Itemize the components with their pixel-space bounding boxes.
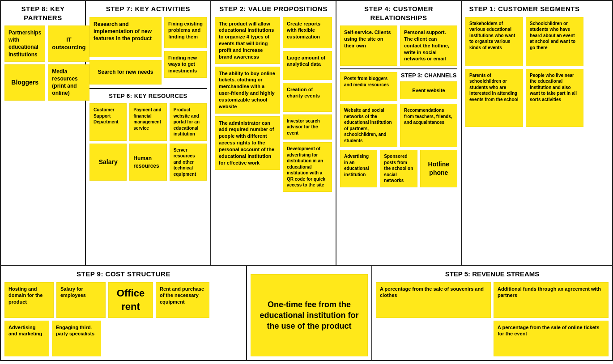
value-note-r4: Investor search advisor for the event: [283, 114, 332, 140]
channel-right-top: STEP 3: CHANNELS Event website: [400, 72, 457, 101]
partner-note-1: Partnerships with educational institutio…: [4, 25, 45, 62]
resource-note-3: Product website and portal for an educat…: [170, 103, 207, 141]
resource-note-6: Server resources and other technical equ…: [170, 144, 207, 181]
revenue-note-2: Additional funds through an agreement wi…: [494, 282, 609, 318]
channels-bottom-row: Advertising in an educational institutio…: [340, 150, 457, 187]
cost-note-3: Office rent: [108, 282, 153, 318]
cost-header: STEP 9: COST STRUCTURE: [4, 270, 243, 279]
activities-header: STEP 7: KEY ACTIVITIES: [89, 4, 207, 13]
resource-note-5: Human resources: [129, 144, 166, 181]
segments-grid: Stakeholders of various educational inst…: [465, 17, 583, 127]
resource-note-2: Payment and financial management service: [129, 103, 166, 141]
partner-note-3: Bloggers: [4, 64, 45, 101]
channels-top-grid: Posts from bloggers and media resources …: [340, 72, 457, 101]
col-value: STEP 2: VALUE PROPOSITIONS The product w…: [211, 1, 336, 265]
col-segments: STEP 1: CUSTOMER SEGMENTS Stakeholders o…: [462, 1, 587, 265]
activity-note-4: Finding new ways to get investments: [164, 51, 207, 78]
cost-note-4: Rent and purchase of the necessary equip…: [156, 282, 209, 318]
rel-divider: [340, 68, 457, 69]
resources-header: STEP 6: KEY RESOURCES: [89, 93, 207, 100]
activity-note-2: Search for new needs: [89, 60, 162, 85]
cost-notes: Hosting and domain for the product Salar…: [4, 282, 243, 356]
channels-header: STEP 3: CHANNELS: [400, 72, 457, 79]
value-header: STEP 2: VALUE PROPOSITIONS: [215, 4, 332, 13]
channel-note-7: Hotline phone: [420, 150, 457, 187]
segments-header: STEP 1: CUSTOMER SEGMENTS: [465, 4, 583, 13]
col-partners: STEP 8: KEY PARTNERS Partnerships with e…: [1, 1, 86, 265]
col-relationships: STEP 4: CUSTOMER RELATIONSHIPS Self-serv…: [336, 1, 462, 265]
channel-note-4: Recommendations from teachers, friends, …: [400, 104, 457, 147]
segment-note-1: Stakeholders of various educational inst…: [465, 17, 523, 66]
value-note-r3: Creation of charity events: [283, 83, 332, 112]
channel-note-3: Website and social networks of the educa…: [340, 104, 397, 147]
activity-note-3: Fixing existing problems and finding the…: [164, 17, 207, 48]
revenue-header: STEP 5: REVENUE STREAMS: [376, 270, 609, 279]
resource-note-1: Customer Support Department: [89, 103, 127, 141]
resources-row2: Salary Human resources Server resources …: [89, 144, 207, 181]
revenue-notes: A percentage from the sale of souvenirs …: [376, 282, 609, 356]
channel-note-6: Sponsored posts from the school on socia…: [380, 150, 417, 187]
channel-note-2: Event website: [400, 81, 457, 99]
bottom-section: STEP 9: COST STRUCTURE Hosting and domai…: [1, 266, 612, 360]
revenue-center-note: One-time fee from the educational instit…: [251, 274, 368, 356]
value-note-r2: Large amount of analytical data: [283, 51, 332, 80]
cost-note-5: Advertising and marketing: [4, 321, 49, 356]
vp-left: The product will allow educational insti…: [215, 17, 280, 192]
rel-note-1: Self-service. Clients using the site on …: [340, 25, 397, 66]
revenue-note-3: A percentage from the sale of online tic…: [494, 321, 609, 356]
top-section: STEP 8: KEY PARTNERS Partnerships with e…: [1, 1, 612, 266]
canvas: STEP 8: KEY PARTNERS Partnerships with e…: [0, 0, 613, 361]
channel-note-1: Posts from bloggers and media resources: [340, 72, 397, 101]
channels-mid-grid: Website and social networks of the educa…: [340, 104, 457, 147]
activity-note-1: Research and implementation of new featu…: [89, 17, 162, 57]
col-revenue-right: STEP 5: REVENUE STREAMS A percentage fro…: [372, 266, 612, 360]
resource-note-4: Salary: [89, 144, 127, 181]
activities-top: Research and implementation of new featu…: [89, 17, 207, 85]
col-activities: STEP 7: KEY ACTIVITIES Research and impl…: [86, 1, 211, 265]
value-note-1: The product will allow educational insti…: [215, 17, 280, 64]
segment-note-2: Schoolchildren or students who have hear…: [526, 17, 583, 66]
rel-note-2: Personal support. The client can contact…: [400, 25, 457, 66]
segment-note-3: Parents of schoolchildren or students wh…: [465, 69, 523, 127]
activities-divider: [89, 88, 207, 89]
rel-channels: Posts from bloggers and media resources …: [340, 72, 457, 187]
revenue-note-1: A percentage from the sale of souvenirs …: [376, 282, 491, 318]
channel-note-5: Advertising in an educational institutio…: [340, 150, 377, 187]
resources-row1: Customer Support Department Payment and …: [89, 103, 207, 141]
partner-note-2: IT outsourcing: [48, 25, 89, 62]
activities-left: Research and implementation of new featu…: [89, 17, 162, 85]
rel-top: Self-service. Clients using the site on …: [340, 25, 457, 66]
col-cost: STEP 9: COST STRUCTURE Hosting and domai…: [1, 266, 247, 360]
col-revenue-center: One-time fee from the educational instit…: [247, 266, 372, 360]
value-note-r1: Create reports with flexible customizati…: [283, 17, 332, 48]
cost-note-1: Hosting and domain for the product: [4, 282, 54, 318]
vp-right: Create reports with flexible customizati…: [283, 17, 332, 192]
relationships-header: STEP 4: CUSTOMER RELATIONSHIPS: [340, 4, 457, 22]
vp-container: The product will allow educational insti…: [215, 17, 332, 192]
segment-note-4: People who live near the educational ins…: [526, 69, 583, 127]
partners-grid: Partnerships with educational institutio…: [4, 25, 81, 101]
activities-right: Fixing existing problems and finding the…: [164, 17, 207, 85]
value-note-2: The ability to buy online tickets, cloth…: [215, 67, 280, 114]
value-note-3: The administrator can add required numbe…: [215, 116, 280, 170]
cost-note-2: Salary for employees: [56, 282, 106, 318]
partner-note-4: Media resources (print and online): [48, 64, 89, 101]
cost-note-6: Engaging third-party specialists: [52, 321, 101, 356]
value-note-r5: Development of advertising for distribut…: [283, 142, 332, 192]
partners-header: STEP 8: KEY PARTNERS: [4, 4, 81, 22]
